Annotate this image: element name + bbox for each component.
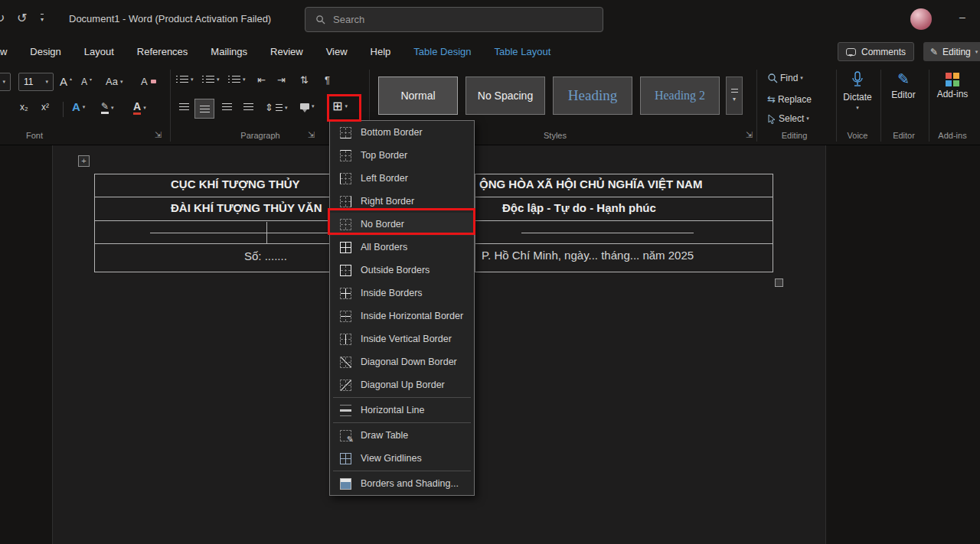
clear-formatting-button[interactable]: A [141, 76, 156, 87]
style-card-label: Normal [400, 90, 435, 102]
qat-customize-icon[interactable]: ▾ [41, 14, 44, 23]
ribbon-tab[interactable]: Mailings [199, 38, 259, 65]
ribbon: ▾ 11 ▾ A ▴ A ▾ Aa ▾ A ab x₂ x² A ▾ ✎ ▾ A… [0, 65, 980, 145]
group-separator [170, 70, 171, 142]
add-ins-button[interactable]: Add-ins [933, 73, 972, 99]
ribbon-tab[interactable]: Help [359, 38, 403, 65]
ribbon-tab[interactable]: Review [259, 38, 315, 65]
menu-item[interactable]: Top Border [330, 144, 474, 167]
add-ins-button-label: Add-ins [937, 89, 969, 99]
menu-item[interactable]: Inside Borders [330, 282, 474, 305]
table-move-handle[interactable]: + [78, 155, 90, 167]
subscript-label: x₂ [20, 102, 28, 112]
search-input[interactable] [333, 14, 563, 25]
menu-item[interactable]: Inside Horizontal Border [330, 305, 474, 327]
style-card[interactable]: Heading 2 [640, 77, 720, 115]
numbered-list-button[interactable]: ▾ [202, 76, 220, 83]
select-button[interactable]: Select ▾ [767, 113, 809, 124]
subscript-button[interactable]: x₂ [20, 102, 28, 112]
text-highlight-button[interactable]: ✎ ▾ [101, 102, 114, 114]
lines-icon [276, 104, 283, 111]
minimize-button[interactable]: – [949, 11, 975, 23]
styles-gallery-more-button[interactable]: ▾ [726, 77, 743, 115]
ribbon-tab[interactable]: Layout [73, 38, 126, 65]
numbered-list-icon [202, 76, 214, 83]
menu-item-label: Inside Borders [361, 288, 423, 298]
table-border [94, 174, 95, 272]
editor-icon: ✎ [897, 72, 910, 87]
style-card[interactable]: Normal [378, 77, 458, 115]
superscript-button[interactable]: x² [41, 102, 49, 112]
history-icon[interactable]: ↻ [0, 11, 5, 25]
chevron-down-icon: ▾ [217, 77, 220, 83]
editor-button[interactable]: ✎ Editor [885, 72, 922, 100]
text-effects-label: A [72, 100, 80, 113]
menu-item-label: Outside Borders [361, 265, 430, 275]
align-center-button[interactable] [194, 99, 214, 119]
comments-button[interactable]: Comments [838, 42, 914, 61]
shading-button[interactable]: ▾ [300, 103, 315, 109]
menu-item[interactable]: Outside Borders [330, 259, 474, 282]
menu-item-label: Top Border [361, 150, 407, 161]
editing-mode-button[interactable]: ✎ Editing ▾ [923, 42, 980, 61]
menu-item[interactable] [330, 470, 474, 472]
menu-item[interactable]: Borders and Shading... [330, 472, 474, 495]
align-left-button[interactable] [179, 103, 189, 110]
chevron-down-icon: ▾ [800, 75, 803, 81]
menu-item[interactable] [330, 396, 474, 399]
border-style-icon [340, 150, 351, 161]
bullet-list-icon [176, 76, 188, 83]
menu-item[interactable]: Bottom Border [330, 121, 474, 144]
styles-gallery: Normal No Spacing Heading Heading 2 [378, 77, 720, 115]
paragraph-dialog-launcher[interactable]: ⇲ [308, 130, 315, 140]
font-name-select[interactable]: ▾ [0, 73, 11, 91]
chevron-down-icon: ▾ [111, 105, 114, 111]
replace-button[interactable]: ⇆ Replace [767, 93, 812, 105]
change-case-button[interactable]: Aa ▾ [106, 76, 122, 87]
styles-dialog-launcher[interactable]: ⇲ [746, 130, 753, 140]
doc-org-name-left: CỤC KHÍ TƯỢNG THỦY [171, 178, 300, 191]
shrink-font-button[interactable]: A ▾ [81, 77, 92, 87]
show-paragraph-marks-button[interactable]: ¶ [325, 74, 330, 86]
font-color-button[interactable]: A ▾ [133, 101, 146, 115]
style-card[interactable]: No Spacing [466, 77, 545, 115]
bullet-list-button[interactable]: ▾ [176, 76, 194, 83]
search-box[interactable] [305, 7, 603, 32]
dictate-button[interactable]: Dictate ▾ [839, 71, 876, 111]
ribbon-tab[interactable]: Design [18, 38, 72, 65]
sort-button[interactable]: ⇅ [300, 74, 309, 86]
line-spacing-button[interactable]: ⇕ ▾ [265, 102, 287, 113]
ribbon-tab[interactable]: References [126, 38, 199, 65]
menu-item[interactable]: All Borders [330, 236, 474, 259]
menu-item[interactable]: Inside Vertical Border [330, 327, 474, 350]
align-right-button[interactable] [222, 103, 232, 110]
grow-font-button[interactable]: A ▴ [60, 75, 72, 88]
chevron-down-icon: ▾ [2, 79, 5, 85]
increase-indent-icon: ⇥ [277, 74, 286, 86]
text-effects-button[interactable]: A ▾ [72, 100, 85, 113]
font-dialog-launcher[interactable]: ⇲ [155, 130, 162, 140]
ribbon-tab[interactable]: Draw [0, 38, 18, 65]
font-size-select[interactable]: 11 ▾ [18, 73, 54, 91]
ribbon-tab[interactable]: Table Design [402, 38, 482, 65]
find-button[interactable]: Find ▾ [767, 73, 803, 83]
table-resize-handle[interactable] [775, 279, 783, 287]
menu-item[interactable]: Diagonal Down Border [330, 350, 474, 373]
menu-item[interactable]: Diagonal Up Border [330, 373, 474, 396]
multilevel-list-button[interactable]: ▾ [228, 76, 246, 83]
decrease-indent-icon: ⇤ [257, 74, 266, 86]
menu-item[interactable] [330, 422, 474, 424]
avatar[interactable] [910, 8, 932, 30]
ribbon-tab[interactable]: Table Layout [483, 38, 563, 65]
menu-item[interactable]: Left Border [330, 167, 474, 190]
menu-item[interactable]: Draw Table [330, 424, 474, 447]
justify-button[interactable] [243, 103, 253, 110]
increase-indent-button[interactable]: ⇥ [277, 74, 286, 86]
menu-item[interactable]: View Gridlines [330, 447, 474, 470]
style-card[interactable]: Heading [553, 77, 632, 115]
decrease-indent-button[interactable]: ⇤ [257, 74, 266, 86]
undo-icon[interactable]: ↺ [17, 11, 27, 25]
menu-item[interactable]: Horizontal Line [330, 399, 474, 422]
ribbon-tab[interactable]: View [315, 38, 359, 65]
align-left-icon [179, 103, 189, 110]
